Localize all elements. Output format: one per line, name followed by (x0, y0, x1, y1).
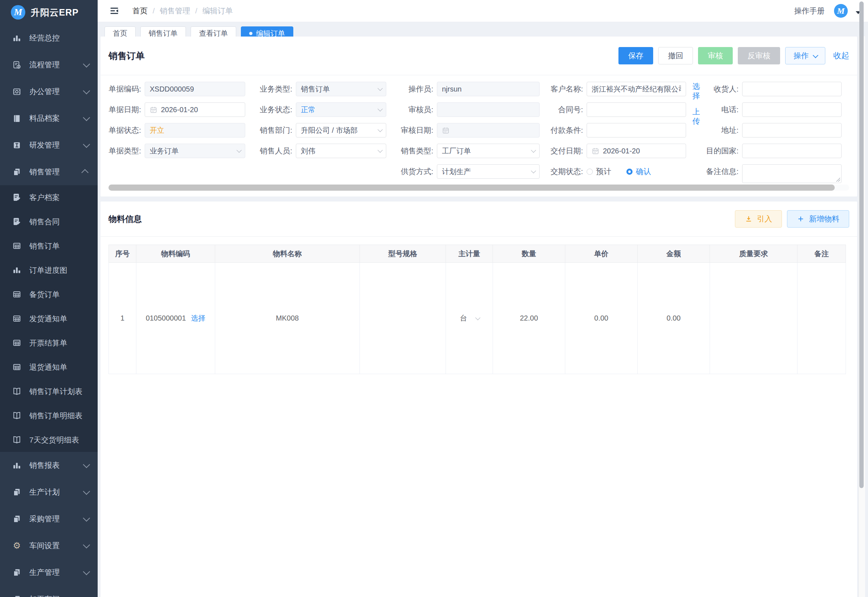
tab-home[interactable]: 首页 (105, 27, 136, 37)
sidebar-item-invoice-settlement[interactable]: 开票结算单 (0, 331, 98, 355)
field-label: 销售部门: (245, 123, 296, 138)
horizontal-scrollbar-thumb[interactable] (108, 184, 835, 191)
sales-dept-value: 升阳公司 / 市场部 (301, 126, 375, 135)
sidebar-item-shipping-notice[interactable]: 发货通知单 (0, 306, 98, 331)
materials-table: 序号 物料编码 物料名称 型号规格 主计量 数量 单价 金额 质量要求 备注 1 (108, 245, 846, 374)
radio-estimated[interactable]: 预计 (587, 166, 611, 177)
doc-date-value: 2026-01-20 (161, 105, 240, 114)
sidebar-item-rd-mgmt[interactable]: 研发管理 (0, 132, 98, 159)
bar-chart-icon (12, 266, 21, 275)
cell-quality (710, 263, 797, 374)
sidebar-item-label: 销售订单计划表 (29, 386, 88, 397)
menu-fold-icon[interactable] (109, 6, 119, 16)
sidebar-item-order-plan-report[interactable]: 销售订单计划表 (0, 379, 98, 404)
biz-status-select: 正常 (296, 102, 386, 117)
doc-type-value: 业务订单 (150, 146, 234, 156)
add-material-label: 新增物料 (809, 214, 840, 224)
vertical-scrollbar-thumb[interactable] (859, 1, 864, 488)
sidebar-item-production-mgmt[interactable]: 生产管理 (0, 559, 98, 586)
operator-value: njrsun (442, 85, 535, 94)
sidebar-item-sales-order[interactable]: 销售订单 (0, 234, 98, 258)
tab-edit-order[interactable]: 编辑订单 (241, 27, 293, 37)
save-button[interactable]: 保存 (618, 47, 653, 64)
breadcrumb-sales-mgmt[interactable]: 销售管理 (160, 6, 190, 16)
sidebar-item-label: 生产计划 (29, 487, 75, 497)
select-customer-link[interactable]: 选择 (692, 82, 701, 101)
biz-type-value: 销售订单 (301, 84, 375, 94)
customer-name-input[interactable]: 浙江裕兴不动产经纪有限公司 (587, 82, 686, 96)
sidebar-item-process-mgmt[interactable]: 流程管理 (0, 51, 98, 78)
doc-date-input[interactable]: 2026-01-20 (145, 102, 245, 117)
delivery-date-input[interactable]: 2026-01-20 (587, 144, 686, 158)
unaudit-button[interactable]: 反审核 (738, 47, 780, 64)
remark-textarea[interactable] (742, 164, 841, 183)
doc-edit-icon (12, 193, 21, 202)
delivery-status-radios: 预计 确认 (587, 164, 686, 179)
sidebar-item-order-progress[interactable]: 订单进度图 (0, 258, 98, 282)
sales-person-select[interactable]: 刘伟 (296, 144, 386, 158)
select-material-link[interactable]: 选择 (191, 313, 206, 323)
sidebar-item-label: 研发管理 (29, 140, 75, 150)
chevron-down-icon[interactable] (475, 315, 480, 320)
sidebar-item-customer-archive[interactable]: 客户档案 (0, 185, 98, 209)
col-header-remark: 备注 (797, 245, 846, 263)
audit-button[interactable]: 审核 (698, 47, 733, 64)
field-label: 供货方式: (386, 164, 437, 179)
sidebar-item-label: 订单进度图 (29, 265, 88, 275)
office-icon (12, 87, 21, 96)
field-label: 目的国家: (686, 144, 742, 158)
sidebar-item-workshop-settings[interactable]: ⚙ 车间设置 (0, 532, 98, 559)
sales-dept-select[interactable]: 升阳公司 / 市场部 (296, 123, 386, 138)
sidebar-item-sales-report[interactable]: 销售报表 (0, 452, 98, 479)
upload-link[interactable]: 上传 (692, 107, 701, 126)
sidebar-item-return-notice[interactable]: 退货通知单 (0, 355, 98, 379)
tab-view-order[interactable]: 查看订单 (191, 27, 236, 37)
field-label: 销售人员: (245, 144, 296, 158)
receiver-input[interactable] (742, 82, 841, 96)
cell-qty: 22.00 (493, 263, 565, 374)
sidebar-item-sales-mgmt[interactable]: 销售管理 (0, 159, 98, 185)
field-label: 合同号: (540, 102, 587, 117)
materials-title: 物料信息 (108, 214, 142, 225)
calendar-icon (592, 147, 599, 155)
sidebar-item-order-detail-report[interactable]: 销售订单明细表 (0, 404, 98, 428)
app-logo: M 升阳云ERP (0, 0, 98, 25)
sidebar-item-label: 发货通知单 (29, 314, 88, 324)
sidebar-item-label: 料品档案 (29, 113, 75, 123)
sidebar-item-label: 销售报表 (29, 460, 75, 470)
sidebar-item-office-mgmt[interactable]: 办公管理 (0, 78, 98, 105)
badge-i-icon (12, 141, 21, 150)
address-input[interactable] (742, 123, 841, 138)
tab-sales-order[interactable]: 销售订单 (140, 27, 186, 37)
field-label: 审核日期: (386, 123, 437, 138)
manual-link[interactable]: 操作手册 (794, 6, 825, 16)
import-button[interactable]: 引入 (735, 210, 782, 227)
sidebar-item-purchase-mgmt[interactable]: 采购管理 (0, 505, 98, 532)
sidebar-item-processing-workshop[interactable]: 加工车间 (0, 586, 98, 597)
phone-input[interactable] (742, 102, 841, 117)
dest-country-input[interactable] (742, 144, 841, 158)
breadcrumb-home[interactable]: 首页 (132, 6, 148, 16)
sidebar-item-label: 生产管理 (29, 567, 75, 578)
sidebar-item-sales-contract[interactable]: 销售合同 (0, 209, 98, 234)
radio-checked-icon (627, 169, 632, 175)
sidebar-item-label: 采购管理 (29, 514, 75, 524)
supply-mode-select[interactable]: 计划生产 (437, 164, 540, 179)
payment-terms-input[interactable] (587, 123, 686, 138)
sidebar-item-7day-delivery-report[interactable]: 7天交货明细表 (0, 428, 98, 452)
sidebar-item-production-plan[interactable]: 生产计划 (0, 479, 98, 505)
radio-confirmed[interactable]: 确认 (627, 166, 651, 177)
contract-no-input[interactable] (587, 102, 686, 117)
sidebar-item-material-archive[interactable]: 料品档案 (0, 105, 98, 132)
user-avatar[interactable]: M (834, 4, 848, 18)
field-label: 单据编码: (108, 82, 145, 96)
bar-chart-icon (12, 34, 21, 43)
sidebar-item-stock-order[interactable]: 备货订单 (0, 282, 98, 306)
withdraw-button[interactable]: 撤回 (658, 47, 693, 64)
add-material-button[interactable]: 新增物料 (787, 210, 849, 227)
radio-icon (587, 169, 593, 175)
collapse-link[interactable]: 收起 (833, 50, 849, 61)
sidebar-item-business-overview[interactable]: 经营总控 (0, 25, 98, 51)
actions-dropdown-button[interactable]: 操作 (785, 47, 825, 64)
sales-type-select[interactable]: 工厂订单 (437, 144, 540, 158)
